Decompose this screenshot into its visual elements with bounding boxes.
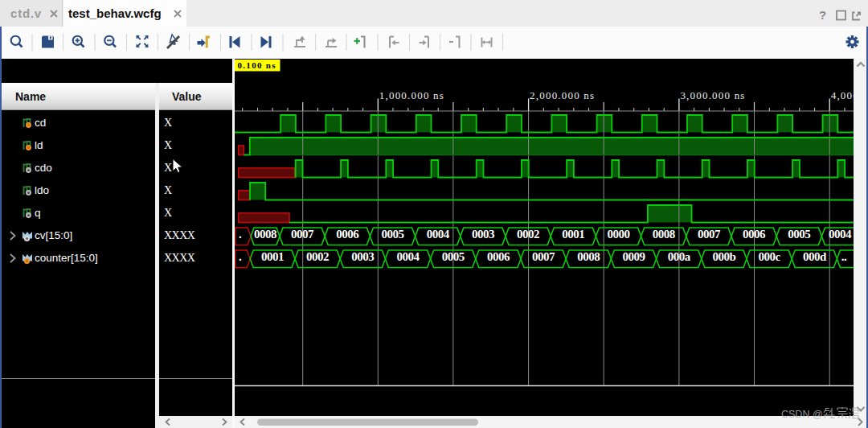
svg-text:0004: 0004 <box>397 250 420 263</box>
svg-text:0005: 0005 <box>788 228 810 241</box>
svg-text:0004: 0004 <box>829 228 852 241</box>
svg-text:0002: 0002 <box>517 228 539 241</box>
svg-text:0006: 0006 <box>336 228 359 241</box>
svg-text:4,000.000 ns: 4,000.000 ns <box>831 89 854 101</box>
svg-text:2,000.000 ns: 2,000.000 ns <box>530 89 595 101</box>
svg-text:0009: 0009 <box>623 250 645 263</box>
svg-text:0000: 0000 <box>608 228 630 241</box>
svg-text:0007: 0007 <box>532 250 555 263</box>
svg-text:0001: 0001 <box>261 250 284 263</box>
svg-text:0005: 0005 <box>382 228 404 241</box>
svg-text:3,000.000 ns: 3,000.000 ns <box>680 89 745 101</box>
svg-text:0.100 ns: 0.100 ns <box>238 60 276 70</box>
svg-text:0005: 0005 <box>442 250 465 263</box>
svg-text:0006: 0006 <box>743 228 766 241</box>
svg-text:000c: 000c <box>759 250 781 263</box>
svg-text:000d: 000d <box>803 250 827 263</box>
svg-text:0007: 0007 <box>291 228 314 241</box>
svg-text:0001: 0001 <box>562 228 584 241</box>
svg-text:0004: 0004 <box>427 228 450 241</box>
svg-text:0006: 0006 <box>487 250 510 263</box>
svg-text:0002: 0002 <box>306 250 329 263</box>
svg-text:000b: 000b <box>712 250 735 263</box>
svg-text:0007: 0007 <box>698 228 721 241</box>
svg-text:?: ? <box>819 8 826 22</box>
svg-text:000a: 000a <box>668 250 691 263</box>
svg-text:1,000.000 ns: 1,000.000 ns <box>379 89 444 101</box>
svg-text:CSDN @: CSDN @ <box>781 409 823 420</box>
svg-text:0008: 0008 <box>577 250 600 263</box>
svg-text:0008: 0008 <box>254 228 276 241</box>
svg-text:0003: 0003 <box>472 228 494 241</box>
svg-text:0008: 0008 <box>653 228 675 241</box>
svg-text:0003: 0003 <box>351 250 374 263</box>
svg-text:..: .. <box>841 250 847 263</box>
